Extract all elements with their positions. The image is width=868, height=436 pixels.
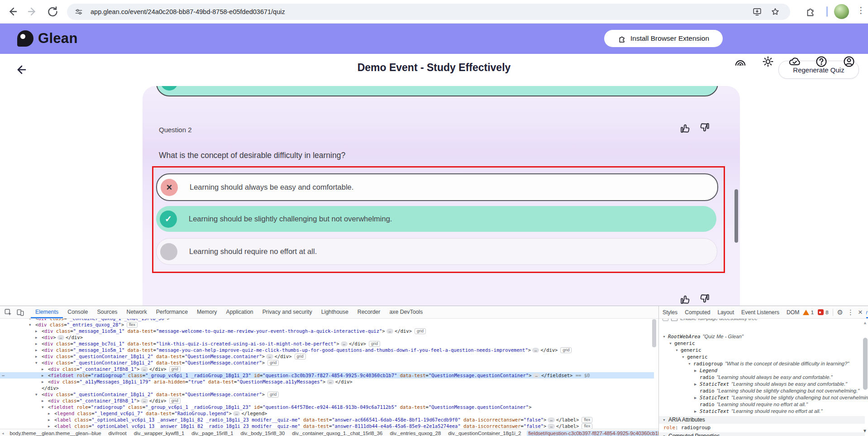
a11y-tree-row[interactable]: ▼generic [659, 353, 858, 359]
expander-arrow-icon[interactable]: ▶ [35, 328, 42, 335]
breadcrumb-item[interactable]: div._questionContainer_18g1i_2 [447, 431, 522, 436]
quiz-scrollbar-thumb[interactable] [734, 189, 738, 243]
a11y-tree-row[interactable]: radio"Learning should be slightly challe… [659, 387, 858, 393]
a11y-tree-row[interactable]: ▶StaticText"Learning should require no e… [659, 407, 858, 414]
elements-tree-row[interactable]: ▼<div class="_questionContainer_18g1i_2"… [0, 359, 654, 366]
issues-indicator[interactable]: 8 [818, 309, 828, 315]
thumbs-down-icon[interactable] [699, 121, 711, 134]
grid-badge[interactable]: grid [267, 360, 279, 366]
install-browser-extension-button[interactable]: Install Browser Extension [604, 30, 723, 47]
bookmark-star-icon[interactable] [770, 7, 780, 17]
inspect-element-icon[interactable] [4, 308, 12, 316]
devtools-tab-recorder[interactable]: Recorder [353, 306, 385, 318]
browser-forward-icon[interactable] [26, 5, 38, 18]
brand-wordmark[interactable]: Glean [38, 23, 78, 54]
expander-arrow-icon[interactable]: ▶ [694, 408, 700, 415]
collapsed-content-ellipsis[interactable]: … [233, 411, 240, 416]
sidebar-tab-styles[interactable]: Styles [659, 307, 681, 318]
elements-tree-row[interactable]: ▶<div class="_a11yMessages_18g1i_179" ar… [0, 379, 654, 385]
breadcrumb-item-selected[interactable]: fieldset#question-c3c0b397-f827-4854-992… [527, 431, 660, 436]
aria-attributes-section-header[interactable]: ▼ARIA Attributes [659, 416, 865, 424]
devtools-tab-privacy-and-security[interactable]: Privacy and security [258, 306, 317, 318]
expander-arrow-icon[interactable]: ▼ [682, 354, 687, 360]
thumbs-up-icon[interactable] [679, 122, 691, 134]
collapsed-content-ellipsis[interactable]: … [532, 348, 539, 353]
devtools-tab-memory[interactable]: Memory [192, 306, 221, 318]
flex-badge[interactable]: flex [127, 322, 138, 328]
thumbs-up-icon-next-question[interactable] [679, 293, 691, 306]
collapsed-content-ellipsis[interactable]: … [341, 341, 348, 346]
a11y-tree-row[interactable]: ▼generic [659, 339, 858, 346]
computed-properties-section-header[interactable]: ▼Computed Properties [659, 432, 865, 436]
account-icon[interactable] [842, 55, 856, 68]
scrollbar-down-arrow[interactable]: ▼ [863, 428, 867, 433]
back-button[interactable] [14, 62, 28, 77]
site-settings-icon[interactable] [74, 7, 83, 16]
breadcrumb-item[interactable]: div._page_15rl8_1 [190, 431, 234, 436]
collapsed-content-ellipsis[interactable]: … [548, 417, 554, 422]
flex-badge[interactable]: flex [582, 423, 592, 429]
breadcrumb-item[interactable]: div._wrapper_kywf8_1 [133, 431, 186, 436]
elements-tree-row[interactable]: ▶<label class="_optionLabel_vc6pi_13 _an… [0, 423, 654, 429]
expander-arrow-icon[interactable]: ▶ [42, 398, 48, 404]
flex-badge[interactable]: flex [582, 417, 592, 423]
a11y-tree-row[interactable]: ▶Legend [659, 366, 858, 373]
grid-badge[interactable]: grid [415, 328, 426, 334]
expander-arrow-icon[interactable]: ▶ [35, 341, 42, 347]
breadcrumb-scroll-left-icon[interactable]: ◂ [2, 431, 4, 436]
a11y-tree-row[interactable]: ▼generic [659, 346, 858, 353]
elements-tree-row[interactable]: ▶<div class="_questionContainer_18g1i_2"… [0, 353, 654, 359]
collapsed-content-ellipsis[interactable]: … [548, 424, 554, 429]
breadcrumb-item[interactable]: div._entries_quxog_28 [388, 431, 442, 436]
expander-arrow-icon[interactable]: ▶ [48, 417, 54, 423]
devtools-settings-icon[interactable]: ⚙ [837, 308, 843, 316]
breadcrumb-item[interactable]: div._container_quxog_1._chat_15rl8_36 [291, 431, 384, 436]
collapsed-content-ellipsis[interactable]: … [266, 354, 273, 359]
devtools-tab-console[interactable]: Console [63, 306, 92, 318]
grid-badge[interactable]: grid [369, 341, 380, 347]
grid-badge[interactable]: grid [295, 354, 306, 359]
devtools-tab-axe-devtools[interactable]: axe DevTools [385, 306, 427, 318]
previous-answer-partial[interactable]: ✓ [156, 86, 718, 96]
glean-logo-icon[interactable] [17, 30, 33, 47]
elements-tree-row[interactable]: ▶<div class="_container_1f8h8_1">…</div>… [0, 366, 654, 372]
breadcrumb-item[interactable]: div#root [107, 431, 128, 436]
a11y-tree-row[interactable]: ▼radiogroup"What is the concept of desir… [659, 359, 858, 366]
expander-arrow-icon[interactable]: ▶ [35, 347, 42, 354]
devtools-tab-application[interactable]: Application [221, 306, 258, 318]
theme-sun-icon[interactable] [761, 55, 775, 68]
a11y-tree-row[interactable]: radio"Learning should require no effort … [659, 400, 858, 407]
expander-arrow-icon[interactable]: ▶ [42, 366, 48, 373]
expander-arrow-icon[interactable]: ▶ [42, 379, 48, 385]
elements-tree-row[interactable]: ▶<div class="_message_1io5m_1" data-test… [0, 347, 654, 353]
grid-badge[interactable]: grid [560, 347, 572, 353]
elements-tree-row[interactable]: ▼<div class="_container_quxog_1 _chat_15… [0, 318, 654, 321]
scrollbar-up-arrow[interactable]: ▲ [863, 321, 867, 325]
grid-badge[interactable]: grid [169, 366, 181, 372]
warning-indicator[interactable]: 1 [803, 310, 814, 315]
help-icon[interactable] [815, 55, 828, 68]
expander-arrow-icon[interactable]: ▼ [35, 392, 42, 398]
a11y-scrollbar-thumb[interactable] [863, 338, 868, 390]
devtools-tab-performance[interactable]: Performance [152, 306, 192, 318]
browser-menu-icon[interactable]: ⋮ [857, 5, 864, 15]
elements-tree-row[interactable]: </div> [0, 385, 654, 391]
elements-tree-row[interactable]: ▶<div class="_message_bc7oi_1" data-test… [0, 340, 654, 347]
expander-arrow-icon[interactable]: ▼ [35, 360, 42, 366]
expander-arrow-icon[interactable]: ▼ [688, 360, 693, 367]
row-options-icon[interactable]: ⋯ [2, 372, 5, 379]
expander-arrow-icon[interactable]: ▶ [48, 411, 54, 417]
expander-arrow-icon[interactable]: ▶ [42, 373, 48, 379]
collapsed-content-ellipsis[interactable]: … [386, 329, 393, 334]
elements-tree-row[interactable]: ▶<div class="_message_1io5m_1" data-test… [0, 328, 654, 334]
collapsed-content-ellipsis[interactable]: … [141, 398, 148, 403]
expander-arrow-icon[interactable]: ▼ [42, 404, 48, 411]
thumbs-down-icon-next-question[interactable] [699, 292, 711, 305]
sidebar-tab-computed[interactable]: Computed [681, 307, 714, 318]
breadcrumb-item[interactable]: body.theme__glean.theme__glean--blue [9, 431, 103, 436]
elements-tree-row[interactable]: ▶<legend class="_legend_vc6pi_7" data-te… [0, 410, 654, 417]
expander-arrow-icon[interactable]: ▼ [669, 340, 674, 347]
cloud-sync-icon[interactable] [788, 55, 801, 68]
expander-arrow-icon[interactable]: ▼ [663, 333, 668, 340]
elements-tree-row[interactable]: ⋯▶<fieldset role="radiogroup" class="_gr… [0, 372, 654, 379]
